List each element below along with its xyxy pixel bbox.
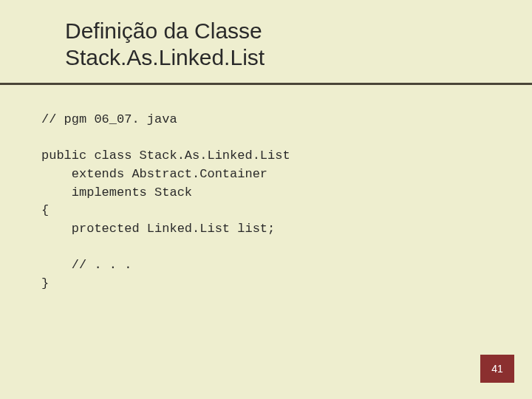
page-number-box: 41 <box>480 355 514 383</box>
code-line: } <box>41 276 49 290</box>
code-line: { <box>41 203 49 217</box>
slide-title: Definição da Classe Stack.As.Linked.List <box>65 18 265 71</box>
code-line: implements Stack <box>41 185 192 200</box>
code-listing: // pgm 06_07. java public class Stack.As… <box>41 111 290 293</box>
code-line: extends Abstract.Container <box>41 167 267 181</box>
title-line-2: Stack.As.Linked.List <box>65 44 265 71</box>
code-line: // pgm 06_07. java <box>41 112 177 126</box>
code-line: public class Stack.As.Linked.List <box>41 149 290 163</box>
page-number: 41 <box>491 363 503 375</box>
title-underline <box>0 83 532 85</box>
code-line: protected Linked.List list; <box>41 222 275 236</box>
title-line-1: Definição da Classe <box>65 18 265 44</box>
code-line: // . . . <box>41 258 132 272</box>
